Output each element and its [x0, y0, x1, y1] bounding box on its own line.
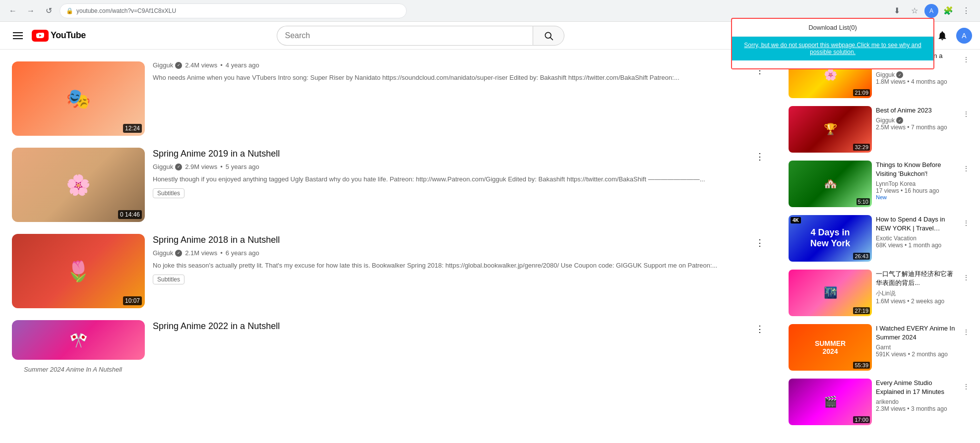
sidebar-duration: 17:00	[853, 416, 870, 423]
video-thumbnail[interactable]: 🌷 10:07	[12, 234, 145, 308]
dot-separator: •	[220, 61, 223, 69]
subtitles-badge: Subtitles	[153, 188, 184, 198]
sidebar-options-button[interactable]: ⋮	[960, 272, 972, 283]
browser-back-button[interactable]: ←	[6, 4, 20, 18]
video-title[interactable]: Spring Anime 2018 in a Nutshell	[153, 234, 751, 246]
browser-profile-button[interactable]: A	[924, 4, 938, 18]
sidebar-options-button[interactable]: ⋮	[960, 108, 972, 120]
dot-separator: •	[220, 249, 223, 257]
sidebar-views: 1.8M views • 4 months ago	[876, 78, 956, 85]
sidebar-item[interactable]: 🎬 17:00 Every Anime Studio Explained in …	[787, 377, 974, 427]
list-item: 🌷 10:07 Spring Anime 2018 in a Nutshell …	[12, 234, 769, 308]
sidebar-item[interactable]: 🏘️ 5:10 Things to Know Before Visiting '…	[787, 159, 974, 209]
sidebar-item[interactable]: SUMMER2024 55:39 I Watched EVERY Anime I…	[787, 322, 974, 373]
sidebar-new-badge: New	[876, 194, 956, 200]
search-icon	[544, 31, 553, 41]
sidebar-channel: arikendo	[876, 398, 956, 405]
sidebar-thumbnail: 🏆 32:29	[789, 106, 872, 153]
video-options-button[interactable]: ⋮	[751, 148, 769, 166]
sidebar-item[interactable]: 🏆 32:29 Best of Anime 2023 Gigguk ✓ 2.5M…	[787, 104, 974, 155]
sidebar-thumbnail: 4 Days inNew York 4K 26:43	[789, 215, 872, 262]
search-input[interactable]	[277, 26, 533, 46]
video-title[interactable]: Spring Anime 2022 in a Nutshell	[153, 320, 751, 332]
sidebar-channel: Garnt	[876, 344, 956, 351]
sidebar-duration: 32:29	[853, 144, 870, 151]
sidebar-views: 17 views • 16 hours ago	[876, 187, 956, 194]
browser-download-button[interactable]: ⬇	[889, 3, 905, 19]
verified-icon: ✓	[896, 117, 903, 124]
download-popup-message[interactable]: Sorry, but we do not support this webpag…	[732, 37, 933, 60]
sidebar-options-area: ⋮	[960, 324, 972, 371]
video-info: Spring Anime 2022 in a Nutshell	[153, 320, 769, 360]
subtitles-badge: Subtitles	[153, 275, 184, 284]
sidebar-duration: 21:09	[853, 89, 870, 96]
user-avatar[interactable]: A	[956, 28, 972, 44]
sidebar-options-button[interactable]: ⋮	[960, 54, 972, 65]
sidebar-options-button[interactable]: ⋮	[960, 163, 972, 174]
video-thumbnail[interactable]: 🎭 12:24	[12, 61, 145, 136]
browser-address-bar[interactable]: 🔒 youtube.com/watch?v=C9Af1C8xXLU	[60, 3, 407, 18]
video-duration: 0 14:46	[118, 210, 142, 219]
browser-secure-icon: 🔒	[66, 7, 73, 14]
svg-rect-0	[13, 32, 23, 33]
verified-icon: ✓	[175, 164, 182, 170]
video-description: Who needs Anime when you have VTubers In…	[153, 73, 751, 83]
channel-name[interactable]: Gigguk ✓	[153, 61, 182, 69]
youtube-search-area	[240, 26, 602, 46]
sidebar-channel: Gigguk ✓	[876, 71, 956, 78]
video-thumbnail[interactable]: 🎌	[12, 320, 145, 360]
sidebar-title: How to Spend 4 Days in NEW YORK | Travel…	[876, 215, 956, 233]
hamburger-menu-button[interactable]	[8, 26, 28, 46]
browser-forward-button[interactable]: →	[24, 4, 38, 18]
sidebar-options-area: ⋮	[960, 270, 972, 316]
sidebar-options-area: ⋮	[960, 161, 972, 207]
sidebar-channel: Gigguk ✓	[876, 117, 956, 124]
list-item: 🌸 0 14:46 Spring Anime 2019 in a Nutshel…	[12, 148, 769, 222]
channel-name[interactable]: Gigguk ✓	[153, 163, 182, 170]
youtube-logo-text: YouTube	[51, 30, 86, 41]
sidebar-duration: 5:10	[857, 198, 870, 205]
video-title[interactable]: Spring Anime 2019 in a Nutshell	[153, 148, 751, 160]
sidebar-item[interactable]: 4 Days inNew York 4K 26:43 How to Spend …	[787, 213, 974, 264]
sidebar-recommended: 🌸 21:09 Spring Anime 2024 in a Nutshell …	[781, 50, 980, 443]
sidebar-views: 2.5M views • 7 months ago	[876, 124, 956, 131]
sidebar-options-area: ⋮	[960, 52, 972, 98]
video-options-button[interactable]: ⋮	[751, 234, 769, 252]
browser-bookmark-button[interactable]: ☆	[907, 3, 922, 19]
sidebar-views: 1.6M views • 2 weeks ago	[876, 298, 956, 305]
browser-extensions-button[interactable]: 🧩	[940, 3, 956, 19]
sidebar-options-button[interactable]: ⋮	[960, 326, 972, 338]
sidebar-thumbnail: 🌃 27:19	[789, 270, 872, 316]
browser-more-button[interactable]: ⋮	[958, 3, 974, 19]
sidebar-options-button[interactable]: ⋮	[960, 381, 972, 392]
video-options-button[interactable]: ⋮	[751, 320, 769, 338]
video-info: Gigguk ✓ 2.4M views • 4 years ago Who ne…	[153, 61, 769, 136]
sidebar-title: Every Anime Studio Explained in 17 Minut…	[876, 379, 956, 396]
notifications-button[interactable]	[932, 26, 952, 46]
svg-line-4	[550, 37, 552, 40]
video-thumbnail[interactable]: 🌸 0 14:46	[12, 148, 145, 222]
youtube-logo-icon	[32, 30, 49, 42]
youtube-logo[interactable]: YouTube	[32, 30, 86, 42]
sidebar-views: 591K views • 2 months ago	[876, 351, 956, 358]
search-button[interactable]	[533, 26, 564, 46]
browser-reload-button[interactable]: ↺	[42, 4, 56, 18]
sidebar-title: Things to Know Before Visiting 'Bukchon'…	[876, 161, 956, 178]
sidebar-info: Things to Know Before Visiting 'Bukchon'…	[876, 161, 956, 207]
video-views: 2.1M views	[185, 249, 217, 257]
video-age: 4 years ago	[226, 61, 259, 69]
sidebar-info: How to Spend 4 Days in NEW YORK | Travel…	[876, 215, 956, 262]
main-layout: 🎭 12:24 Gigguk ✓ 2.4M views • 4 years ag…	[0, 50, 980, 443]
channel-name[interactable]: Gigguk ✓	[153, 249, 182, 257]
sidebar-info: 一口气了解迪拜经济和它著华表面的背后... 小Lin说 1.6M views •…	[876, 270, 956, 316]
sidebar-item[interactable]: 🌃 27:19 一口气了解迪拜经济和它著华表面的背后... 小Lin说 1.6M…	[787, 268, 974, 318]
video-duration: 10:07	[123, 296, 142, 305]
video-duration: 12:24	[123, 124, 142, 133]
sidebar-info: Every Anime Studio Explained in 17 Minut…	[876, 379, 956, 425]
sidebar-options-button[interactable]: ⋮	[960, 217, 972, 229]
sidebar-title: Best of Anime 2023	[876, 106, 956, 115]
sidebar-channel: 小Lin说	[876, 289, 956, 298]
sidebar-thumbnail: 🏘️ 5:10	[789, 161, 872, 207]
youtube-logo-area: YouTube	[8, 26, 86, 46]
verified-icon: ✓	[896, 71, 903, 78]
